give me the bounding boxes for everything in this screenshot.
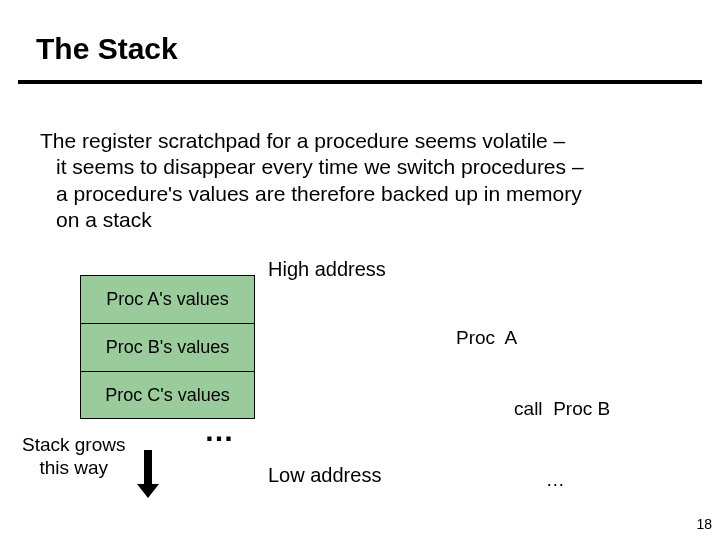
stack-ellipsis: … — [204, 414, 236, 448]
body-text: The register scratchpad for a procedure … — [40, 128, 680, 233]
body-line: on a stack — [40, 207, 680, 233]
grow-line: this way — [39, 457, 108, 478]
title-rule — [18, 80, 702, 84]
stack-cell: Proc A's values — [80, 275, 255, 323]
down-arrow-icon — [144, 450, 152, 484]
code-line: call Proc B — [456, 397, 638, 421]
stack-grow-label: Stack grows this way — [22, 434, 125, 480]
body-line: a procedure's values are therefore backe… — [40, 181, 680, 207]
body-line: it seems to disappear every time we swit… — [40, 154, 680, 180]
high-address-label: High address — [268, 258, 386, 281]
stack-diagram: Proc A's values Proc B's values Proc C's… — [80, 275, 255, 419]
code-line: … — [456, 468, 638, 492]
stack-cell: Proc C's values — [80, 371, 255, 419]
page-number: 18 — [696, 516, 712, 532]
slide: The Stack The register scratchpad for a … — [0, 0, 720, 540]
slide-title: The Stack — [36, 32, 178, 66]
code-line: Proc A — [456, 326, 638, 350]
body-line: The register scratchpad for a procedure … — [40, 128, 680, 154]
stack-cell: Proc B's values — [80, 323, 255, 371]
call-trace: Proc A call Proc B … call Proc C … retur… — [456, 278, 638, 540]
grow-line: Stack grows — [22, 434, 125, 455]
low-address-label: Low address — [268, 464, 381, 487]
